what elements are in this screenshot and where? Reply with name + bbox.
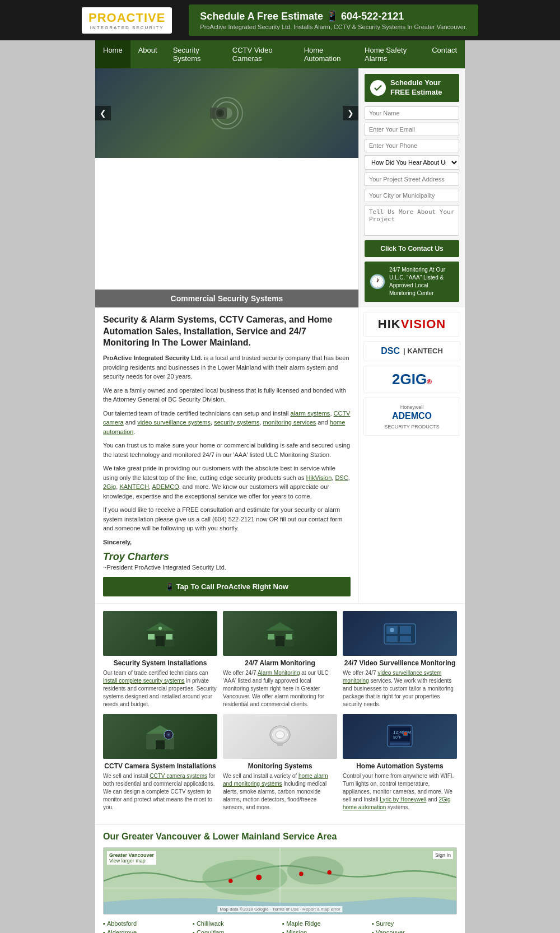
service-img-5 — [223, 714, 337, 759]
monitoring-badge: 🕐 24/7 Monitoring At Our U.L.C. "AAA" Li… — [365, 262, 459, 302]
message-textarea[interactable] — [365, 205, 459, 236]
city-chilliwack[interactable]: Chilliwack — [193, 920, 278, 927]
svg-point-38 — [404, 732, 407, 735]
city-aldergrove[interactable]: Aldergrove — [103, 929, 188, 933]
para-5: We take great pride in providing our cus… — [103, 464, 351, 501]
hikvision-link[interactable]: HikVision — [306, 474, 332, 481]
svg-text:80°F: 80°F — [393, 735, 402, 739]
service-title-1: Security System Installations — [103, 659, 217, 667]
contact-submit-button[interactable]: Click To Contact Us — [365, 240, 459, 257]
ademco-brand: Honeywell ADEMCO SECURITY PRODUCTS — [363, 398, 460, 436]
logo-pro: PRO — [88, 11, 117, 25]
svg-rect-21 — [400, 636, 411, 642]
service-desc-5: We sell and install a variety of home al… — [223, 772, 337, 811]
city-coquitlam[interactable]: Coquitlam — [193, 929, 278, 933]
cities-grid: Abbotsford Chilliwack Maple Ridge Surrey… — [103, 920, 457, 933]
address-input[interactable] — [365, 172, 459, 186]
map-signin[interactable]: Sign In — [433, 851, 453, 859]
ademco-logo: Honeywell ADEMCO SECURITY PRODUCTS — [368, 403, 455, 431]
nav-about[interactable]: About — [130, 40, 165, 68]
2gig-link[interactable]: 2Gig — [103, 483, 116, 490]
svg-rect-32 — [277, 743, 283, 746]
service-title-4: CCTV Camera System Installations — [103, 762, 217, 770]
dsc-link[interactable]: DSC — [335, 474, 348, 481]
service-card-3: 24/7 Video Survellience Monitoring We of… — [343, 611, 457, 708]
dsc-brand: DSC | KANTECH — [363, 341, 460, 361]
header-cta[interactable]: Schedule A Free Estimate 📱 604-522-2121 … — [189, 4, 478, 36]
map-copyright: Map data ©2018 Google · Terms of Use · R… — [217, 906, 342, 912]
svg-point-45 — [256, 874, 262, 880]
main-content: Security & Alarm Systems, CCTV Cameras, … — [95, 307, 358, 603]
svg-point-42 — [287, 856, 344, 884]
service-title-5: Monitoring Systems — [223, 762, 337, 770]
hero-left: ❮ ❯ Commercial Security Systems — [95, 68, 358, 307]
services-section: Security System Installations Our team o… — [95, 603, 465, 824]
service-desc-6: Control your home from anywhere with WIF… — [343, 772, 457, 811]
nav-security[interactable]: Security Systems — [165, 40, 225, 68]
service-card-6: 12:40PM 80°F Home Automation Systems Con… — [343, 714, 457, 811]
install-link[interactable]: install complete security systems — [103, 678, 185, 684]
logo-text: PROACTIVE — [88, 11, 165, 25]
header-cta-sub: ProActive Integrated Security Ltd. Insta… — [200, 24, 467, 30]
service-img-1 — [103, 611, 217, 656]
video-link[interactable]: video surveillance systems — [137, 419, 211, 426]
service-card-1: Security System Installations Our team o… — [103, 611, 217, 708]
city-vancouver[interactable]: Vancouver — [372, 929, 457, 933]
2gig-brand: 2GIG® — [363, 366, 460, 393]
para-1: ProActive Integrated Security Ltd. is a … — [103, 353, 351, 381]
svg-rect-25 — [156, 740, 165, 749]
map-container[interactable]: Greater Vancouver View larger map Sign I… — [103, 847, 457, 915]
hikvision-brand: HIKVISION — [363, 312, 460, 337]
city-abbotsford[interactable]: Abbotsford — [103, 920, 188, 927]
tap-to-call-button[interactable]: 📱 Tap To Call ProActive Right Now — [103, 577, 351, 596]
logo[interactable]: PROACTIVE INTEGRATED SECURITY — [82, 7, 172, 34]
svg-rect-8 — [156, 636, 165, 646]
name-input[interactable] — [365, 106, 459, 120]
nav-alarms[interactable]: Home Safety Alarms — [357, 40, 424, 68]
nav-contact[interactable]: Contact — [424, 40, 465, 68]
estimate-header: Schedule YourFREE Estimate — [365, 74, 459, 102]
nav-cctv[interactable]: CCTV Video Cameras — [225, 40, 296, 68]
estimate-title: Schedule YourFREE Estimate — [390, 78, 442, 97]
video-monitoring-link[interactable]: video surveillance system monitoring — [343, 670, 441, 684]
city-input[interactable] — [365, 189, 459, 202]
email-input[interactable] — [365, 123, 459, 136]
security-link[interactable]: security systems — [214, 419, 259, 426]
service-card-2: 24/7 Alarm Monitoring We offer 24/7 Alar… — [223, 611, 337, 708]
map-label: Greater Vancouver View larger map — [107, 851, 156, 865]
ademco-link[interactable]: ADEMCO — [152, 483, 179, 490]
city-surrey[interactable]: Surrey — [372, 920, 457, 927]
svg-point-31 — [276, 731, 284, 739]
phone-input[interactable] — [365, 139, 459, 152]
svg-point-5 — [218, 111, 222, 115]
service-img-3 — [343, 611, 457, 656]
svg-rect-10 — [166, 634, 172, 640]
monitoring-link[interactable]: monitoring services — [263, 419, 316, 426]
nav-home[interactable]: Home — [95, 40, 130, 68]
lyric-link[interactable]: Lyric by Honeywell — [380, 796, 426, 803]
logo-active: ACTIVE — [117, 11, 166, 25]
signature: Troy Charters — [103, 551, 351, 563]
service-card-4: CCTV Camera System Installations We sell… — [103, 714, 217, 811]
logo-sub: INTEGRATED SECURITY — [88, 25, 165, 30]
service-title-2: 24/7 Alarm Monitoring — [223, 659, 337, 667]
cctv-camera-link[interactable]: CCTV camera systems — [150, 773, 207, 779]
city-maple-ridge[interactable]: Maple Ridge — [282, 920, 367, 927]
service-desc-3: We offer 24/7 video surveillance system … — [343, 669, 457, 708]
service-desc-4: We sell and install CCTV camera systems … — [103, 772, 217, 811]
how-heard-select[interactable]: How Did You Hear About Us? — [365, 155, 459, 170]
city-mission[interactable]: Mission — [282, 929, 367, 933]
monitoring-text: 24/7 Monitoring At Our U.L.C. "AAA" List… — [389, 266, 455, 297]
hero-section: ❮ ❯ Commercial Security Systems Schedule… — [95, 68, 465, 307]
estimate-check-icon — [370, 80, 386, 96]
hero-caption: Commercial Security Systems — [95, 290, 358, 307]
dsc-logo: DSC | KANTECH — [368, 346, 455, 356]
home-alarm-link[interactable]: home alarm and monitoring systems — [223, 773, 328, 787]
alarm-monitoring-link[interactable]: Alarm Monitoring — [258, 670, 300, 676]
hero-prev-arrow[interactable]: ❮ — [95, 106, 111, 120]
kantech-link[interactable]: KANTECH — [119, 483, 149, 490]
nav-automation[interactable]: Home Automation — [296, 40, 357, 68]
alarm-link[interactable]: alarm systems — [290, 410, 330, 417]
hero-next-arrow[interactable]: ❯ — [343, 106, 358, 120]
content-area: Security & Alarm Systems, CCTV Cameras, … — [95, 307, 465, 603]
